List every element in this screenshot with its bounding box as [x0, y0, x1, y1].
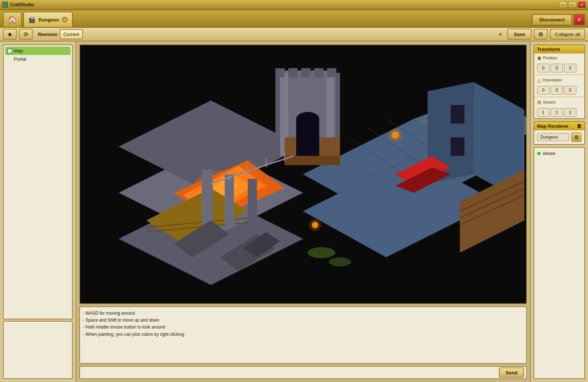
- svg-rect-20: [327, 68, 336, 77]
- map-renderer-header: Map Renderer 🗑: [534, 122, 584, 130]
- revision-selector-wrapper[interactable]: Current: [60, 29, 505, 39]
- svg-point-61: [309, 219, 321, 231]
- svg-rect-31: [202, 170, 213, 225]
- position-y[interactable]: 0: [551, 64, 563, 72]
- send-button[interactable]: Send: [499, 367, 524, 378]
- stretch-x[interactable]: 1: [537, 108, 549, 117]
- console-line-0: - WASD for moving around: [83, 310, 523, 317]
- tree-item-label-portal: Portal: [14, 56, 26, 62]
- tree-item-portal[interactable]: Portal: [5, 55, 71, 63]
- stretch-row: ⊞ Stretch: [534, 98, 584, 107]
- settings-button[interactable]: ⚙: [534, 29, 548, 40]
- user-online-dot: [537, 152, 541, 155]
- viewport-canvas[interactable]: [79, 44, 527, 304]
- tab-bar: 🏠 🎬 Dungeon ✕ Disconnect ✕: [0, 10, 588, 28]
- console-line-2: - Hold middle mouse button to look aroun…: [83, 324, 523, 331]
- close-window-button[interactable]: ✕: [573, 14, 585, 25]
- minimize-button[interactable]: —: [559, 1, 567, 8]
- svg-rect-32: [225, 174, 234, 225]
- star-button[interactable]: ★: [3, 29, 17, 40]
- position-z[interactable]: 0: [564, 64, 576, 72]
- orientation-label: Orientation: [543, 78, 581, 82]
- right-panel: Transform ◉ Position 0 0 0 △ Orientation: [530, 41, 588, 382]
- svg-rect-37: [451, 138, 464, 156]
- main-layout: □ Map Portal: [0, 41, 588, 382]
- transform-header: Transform: [534, 45, 584, 53]
- home-button[interactable]: 🏠: [3, 12, 22, 27]
- tree-item-map[interactable]: □ Map: [5, 47, 71, 55]
- refresh-button[interactable]: ⟳: [19, 29, 33, 40]
- dungeon-scene-svg: [80, 45, 526, 303]
- renderer-row: Dungeon ⚙: [534, 130, 584, 144]
- position-label: Position: [543, 56, 581, 60]
- delete-icon[interactable]: 🗑: [577, 123, 581, 129]
- revision-select[interactable]: Current: [60, 29, 83, 39]
- svg-rect-33: [248, 179, 257, 225]
- position-inputs: 0 0 0: [537, 64, 576, 72]
- position-inputs-row: 0 0 0: [534, 62, 584, 74]
- tab-close-button[interactable]: ✕: [62, 17, 68, 23]
- renderer-settings-button[interactable]: ⚙: [571, 132, 581, 142]
- svg-point-59: [329, 257, 351, 266]
- tab-icon: 🎬: [28, 16, 36, 23]
- maximize-button[interactable]: □: [568, 1, 576, 8]
- save-button[interactable]: Save: [507, 29, 532, 40]
- svg-rect-19: [314, 68, 323, 77]
- stretch-label: Stretch: [543, 100, 581, 104]
- renderer-value: Dungeon: [537, 133, 569, 141]
- tree-item-icon-map: □: [7, 48, 12, 53]
- svg-rect-18: [301, 68, 310, 77]
- svg-rect-16: [275, 68, 284, 77]
- close-button[interactable]: ✕: [578, 1, 586, 8]
- title-bar: 🎮 CraftStudio — □ ✕: [0, 0, 588, 10]
- tree-item-label-map: Map: [14, 48, 23, 53]
- console-panel: - WASD for moving around - Space and Shi…: [79, 306, 527, 364]
- scene-tree: □ Map Portal: [3, 44, 73, 319]
- window-controls[interactable]: — □ ✕: [559, 1, 586, 8]
- orientation-inputs-row: 0 0 0: [534, 84, 584, 96]
- left-panel: □ Map Portal: [0, 41, 76, 382]
- orientation-x[interactable]: 0: [537, 86, 549, 95]
- svg-point-45: [389, 128, 402, 142]
- revision-label: Revision: [38, 32, 57, 37]
- svg-rect-17: [288, 68, 297, 77]
- transform-panel: Transform ◉ Position 0 0 0 △ Orientation: [533, 44, 585, 119]
- position-row: ◉ Position: [534, 53, 584, 62]
- dungeon-tab[interactable]: 🎬 Dungeon ✕: [23, 12, 73, 27]
- svg-rect-36: [451, 105, 464, 124]
- toolbar: ★ ⟳ Revision Current Save ⚙ Collapse all: [0, 28, 588, 41]
- disconnect-button[interactable]: Disconnect: [532, 14, 572, 25]
- position-x[interactable]: 0: [537, 64, 549, 72]
- transform-title: Transform: [537, 47, 560, 52]
- orientation-z[interactable]: 0: [564, 86, 576, 95]
- stretch-y[interactable]: 1: [551, 108, 563, 117]
- chat-input-field[interactable]: [82, 370, 499, 375]
- console-text: - WASD for moving around - Space and Shi…: [83, 310, 523, 338]
- users-panel: elisee: [533, 147, 585, 379]
- app-title: CraftStudio: [10, 2, 559, 7]
- stretch-inputs-row: 1 1 1: [534, 107, 584, 118]
- chat-input-bar[interactable]: Send: [79, 366, 527, 379]
- app-icon: 🎮: [2, 2, 8, 8]
- svg-point-58: [308, 247, 335, 258]
- orientation-y[interactable]: 0: [551, 86, 563, 95]
- svg-marker-22: [285, 156, 340, 165]
- console-line-1: - Space and Shift to move up and down: [83, 317, 523, 324]
- svg-point-49: [296, 112, 319, 126]
- viewport: - WASD for moving around - Space and Shi…: [76, 41, 530, 382]
- orientation-row: △ Orientation: [534, 76, 584, 84]
- tab-label: Dungeon: [39, 17, 59, 23]
- map-renderer-title: Map Renderer: [537, 123, 569, 129]
- map-renderer-panel: Map Renderer 🗑 Dungeon ⚙: [533, 121, 585, 145]
- console-line-3: - When painting, you can pick colors by …: [83, 331, 523, 338]
- orientation-icon: △: [537, 77, 541, 83]
- position-icon: ◉: [537, 55, 541, 61]
- stretch-z[interactable]: 1: [564, 108, 576, 117]
- stretch-inputs: 1 1 1: [537, 108, 576, 117]
- orientation-inputs: 0 0 0: [537, 86, 576, 95]
- user-row-elisee: elisee: [537, 151, 581, 156]
- collapse-all-button[interactable]: Collapse all: [550, 29, 585, 40]
- user-name-elisee: elisee: [543, 151, 555, 156]
- viewport-bottom: - WASD for moving around - Space and Shi…: [79, 306, 527, 379]
- left-bottom-panel: [3, 321, 73, 379]
